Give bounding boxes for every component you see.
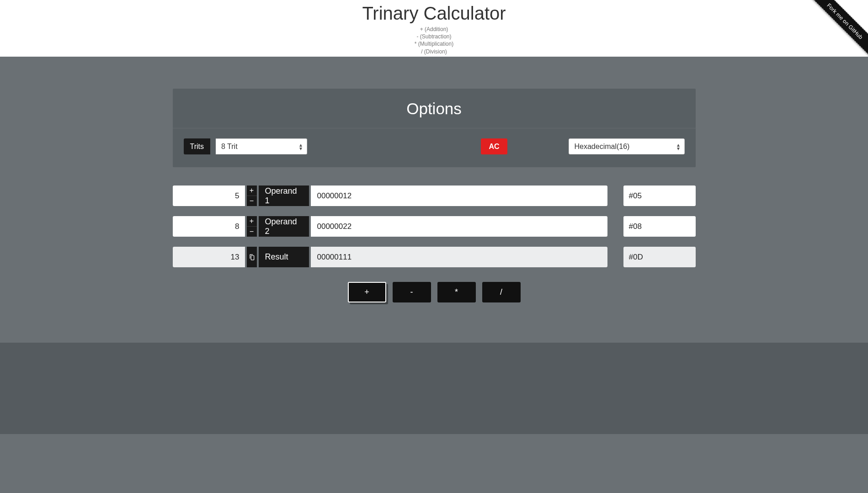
options-heading: Options	[173, 89, 696, 128]
op-sub-button[interactable]: -	[393, 282, 431, 302]
operand2-row: 8 + − Operand 2 #08	[173, 216, 696, 237]
result-label: Result	[259, 247, 309, 267]
footer	[0, 343, 868, 434]
operand1-increment-button[interactable]: +	[247, 186, 257, 196]
op-add-button[interactable]: +	[348, 282, 386, 302]
operand2-hex: #08	[623, 216, 696, 237]
operand2-stepper: + −	[247, 216, 257, 237]
operand2-label: Operand 2	[259, 216, 309, 237]
result-trit-output	[311, 247, 607, 267]
operand1-label: Operand 1	[259, 186, 309, 206]
op-mul-button[interactable]: *	[437, 282, 476, 302]
trits-label: Trits	[184, 138, 211, 154]
operand2-decrement-button[interactable]: −	[247, 226, 257, 237]
ops-legend: + (Addition) - (Subtraction) * (Multipli…	[0, 26, 868, 55]
operand1-decrement-button[interactable]: −	[247, 196, 257, 206]
trits-select[interactable]: 8 Trit	[216, 138, 307, 154]
ac-button[interactable]: AC	[481, 138, 507, 154]
operand2-increment-button[interactable]: +	[247, 216, 257, 226]
operand-rows: 5 + − Operand 1 #05 8 + − Operand 2 #08 …	[173, 186, 696, 267]
op-div-button[interactable]: /	[482, 282, 521, 302]
operand1-trit-input[interactable]	[311, 186, 607, 206]
operand1-hex: #05	[623, 186, 696, 206]
operand2-trit-input[interactable]	[311, 216, 607, 237]
caret-icon	[299, 142, 302, 151]
base-select[interactable]: Hexadecimal(16)	[569, 138, 685, 154]
copy-result-button[interactable]	[247, 247, 257, 267]
legend-mul: * (Multiplication)	[0, 40, 868, 48]
base-select-value: Hexadecimal(16)	[575, 143, 630, 150]
legend-add: + (Addition)	[0, 26, 868, 33]
caret-icon	[677, 142, 680, 151]
operand2-decimal: 8	[173, 216, 245, 237]
operand1-stepper: + −	[247, 186, 257, 206]
app-header: Trinary Calculator + (Addition) - (Subtr…	[0, 0, 868, 57]
main-container: Options Trits 8 Trit AC Hexadecimal(16) …	[173, 57, 696, 302]
legend-sub: - (Subtraction)	[0, 33, 868, 40]
result-hex: #0D	[623, 247, 696, 267]
operator-row: + - * /	[173, 282, 696, 302]
operand1-row: 5 + − Operand 1 #05	[173, 186, 696, 206]
options-body: Trits 8 Trit AC Hexadecimal(16)	[173, 128, 696, 167]
result-row: 13 Result #0D	[173, 247, 696, 267]
trits-select-value: 8 Trit	[221, 143, 238, 150]
result-decimal: 13	[173, 247, 245, 267]
operand1-decimal: 5	[173, 186, 245, 206]
clipboard-icon	[249, 254, 255, 260]
legend-div: / (Division)	[0, 48, 868, 55]
options-card: Options Trits 8 Trit AC Hexadecimal(16)	[173, 89, 696, 167]
page-title: Trinary Calculator	[0, 3, 868, 24]
